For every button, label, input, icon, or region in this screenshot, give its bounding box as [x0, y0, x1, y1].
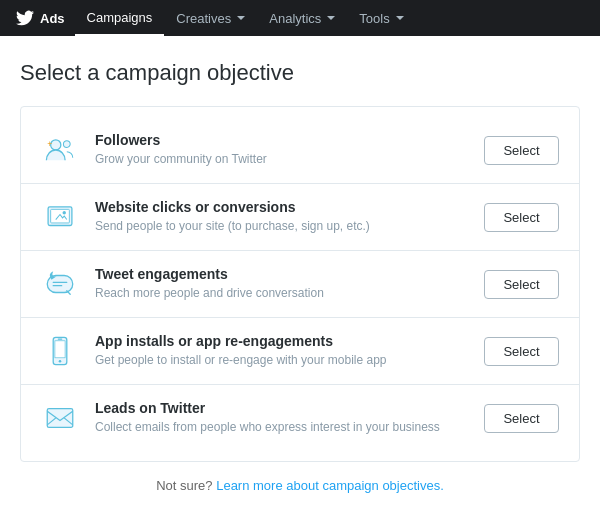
objective-row-website: Website clicks or conversions Send peopl… [21, 184, 579, 251]
leads-info: Leads on Twitter Collect emails from peo… [95, 400, 468, 436]
followers-title: Followers [95, 132, 468, 148]
app-select-button[interactable]: Select [484, 337, 559, 366]
nav-campaigns[interactable]: Campaigns [75, 0, 165, 36]
twitter-icon [16, 9, 34, 27]
followers-select-button[interactable]: Select [484, 136, 559, 165]
tweet-info: Tweet engagements Reach more people and … [95, 266, 468, 302]
svg-point-9 [59, 360, 62, 363]
website-info: Website clicks or conversions Send peopl… [95, 199, 468, 235]
objective-row-tweet: Tweet engagements Reach more people and … [21, 251, 579, 318]
svg-point-1 [63, 141, 70, 148]
page-content: Select a campaign objective + Followers … [0, 36, 600, 527]
objective-row-app: App installs or app re-engagements Get p… [21, 318, 579, 385]
followers-desc: Grow your community on Twitter [95, 151, 468, 168]
leads-icon [41, 399, 79, 437]
tweet-select-button[interactable]: Select [484, 270, 559, 299]
svg-rect-8 [55, 341, 65, 358]
website-icon [41, 198, 79, 236]
svg-text:+: + [47, 139, 52, 149]
objective-row-followers: + Followers Grow your community on Twitt… [21, 117, 579, 184]
tweet-desc: Reach more people and drive conversation [95, 285, 468, 302]
svg-rect-11 [47, 409, 73, 428]
main-nav: Campaigns Creatives Analytics Tools [75, 0, 416, 36]
leads-select-button[interactable]: Select [484, 404, 559, 433]
followers-info: Followers Grow your community on Twitter [95, 132, 468, 168]
website-desc: Send people to your site (to purchase, s… [95, 218, 468, 235]
website-select-button[interactable]: Select [484, 203, 559, 232]
footer-link[interactable]: Learn more about campaign objectives. [216, 478, 444, 493]
nav-tools[interactable]: Tools [347, 0, 415, 36]
app-info: App installs or app re-engagements Get p… [95, 333, 468, 369]
brand-logo: Ads [16, 9, 65, 27]
nav-analytics[interactable]: Analytics [257, 0, 347, 36]
website-title: Website clicks or conversions [95, 199, 468, 215]
app-icon [41, 332, 79, 370]
footer-text: Not sure? [156, 478, 212, 493]
creatives-caret-icon [237, 16, 245, 20]
app-desc: Get people to install or re-engage with … [95, 352, 468, 369]
leads-desc: Collect emails from people who express i… [95, 419, 468, 436]
leads-title: Leads on Twitter [95, 400, 468, 416]
svg-point-5 [63, 211, 66, 214]
analytics-caret-icon [327, 16, 335, 20]
svg-rect-4 [51, 209, 70, 223]
footer-note: Not sure? Learn more about campaign obje… [20, 478, 580, 493]
tweet-icon [41, 265, 79, 303]
tools-caret-icon [396, 16, 404, 20]
top-navigation: Ads Campaigns Creatives Analytics Tools [0, 0, 600, 36]
nav-creatives[interactable]: Creatives [164, 0, 257, 36]
brand-label: Ads [40, 11, 65, 26]
objective-row-leads: Leads on Twitter Collect emails from peo… [21, 385, 579, 451]
followers-icon: + [41, 131, 79, 169]
tweet-title: Tweet engagements [95, 266, 468, 282]
page-title: Select a campaign objective [20, 60, 580, 86]
app-title: App installs or app re-engagements [95, 333, 468, 349]
objectives-card: + Followers Grow your community on Twitt… [20, 106, 580, 462]
